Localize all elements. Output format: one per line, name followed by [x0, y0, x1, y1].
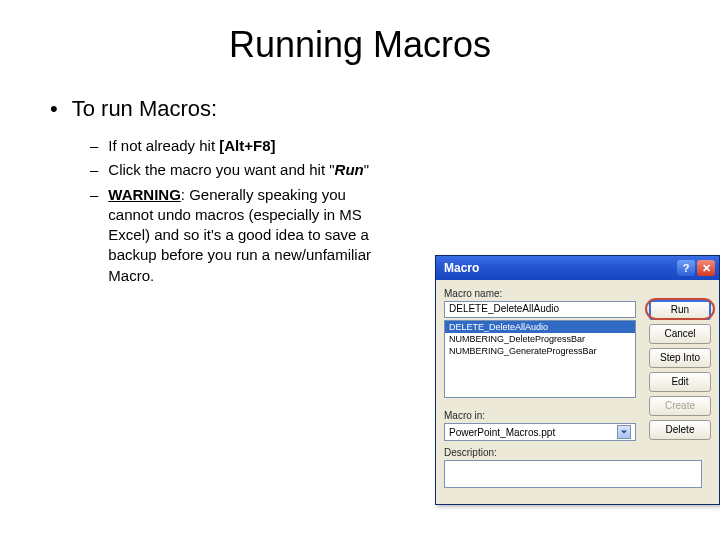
macro-name-input[interactable]: DELETE_DeleteAllAudio: [444, 301, 636, 318]
cancel-button[interactable]: Cancel: [649, 324, 711, 344]
dialog-button-column: Run Cancel Step Into Edit Create Delete: [649, 300, 711, 440]
bullet-l1-text: To run Macros:: [72, 96, 218, 122]
bullet-level1: • To run Macros:: [50, 96, 390, 122]
macro-name-label: Macro name:: [444, 288, 711, 299]
bullet-dash: –: [90, 185, 98, 286]
dialog-body: Macro name: DELETE_DeleteAllAudio DELETE…: [436, 280, 719, 504]
macro-in-dropdown[interactable]: PowerPoint_Macros.ppt: [444, 423, 636, 441]
text: ": [364, 161, 369, 178]
description-label: Description:: [444, 447, 711, 458]
text: If not already hit: [108, 137, 219, 154]
description-box: [444, 460, 702, 488]
dialog-titlebar[interactable]: Macro ? ✕: [436, 256, 719, 280]
chevron-down-icon[interactable]: [617, 425, 631, 439]
run-button[interactable]: Run: [649, 300, 711, 320]
dialog-title: Macro: [444, 261, 479, 275]
list-item[interactable]: NUMBERING_GenerateProgressBar: [445, 345, 635, 357]
bullet-dot: •: [50, 96, 58, 122]
list-item[interactable]: NUMBERING_DeleteProgressBar: [445, 333, 635, 345]
close-button[interactable]: ✕: [697, 260, 715, 276]
run-word: Run: [335, 161, 364, 178]
macro-in-value: PowerPoint_Macros.ppt: [449, 427, 555, 438]
bullet-l2c: WARNING: Generally speaking you cannot u…: [108, 185, 390, 286]
slide-body: • To run Macros: – If not already hit [A…: [0, 96, 420, 286]
bullet-l2b: Click the macro you want and hit "Run": [108, 160, 369, 180]
delete-button[interactable]: Delete: [649, 420, 711, 440]
bullet-level2: – WARNING: Generally speaking you cannot…: [90, 185, 390, 286]
bullet-l2a: If not already hit [Alt+F8]: [108, 136, 275, 156]
help-button[interactable]: ?: [677, 260, 695, 276]
shortcut-text: [Alt+F8]: [219, 137, 275, 154]
bullet-dash: –: [90, 136, 98, 156]
list-item[interactable]: DELETE_DeleteAllAudio: [445, 321, 635, 333]
text: Click the macro you want and hit ": [108, 161, 334, 178]
create-button: Create: [649, 396, 711, 416]
bullet-dash: –: [90, 160, 98, 180]
macro-dialog: Macro ? ✕ Macro name: DELETE_DeleteAllAu…: [435, 255, 720, 505]
step-into-button[interactable]: Step Into: [649, 348, 711, 368]
slide-title: Running Macros: [0, 24, 720, 66]
bullet-level2: – If not already hit [Alt+F8]: [90, 136, 390, 156]
bullet-level2: – Click the macro you want and hit "Run": [90, 160, 390, 180]
macro-listbox[interactable]: DELETE_DeleteAllAudio NUMBERING_DeletePr…: [444, 320, 636, 398]
warning-label: WARNING: [108, 186, 181, 203]
edit-button[interactable]: Edit: [649, 372, 711, 392]
